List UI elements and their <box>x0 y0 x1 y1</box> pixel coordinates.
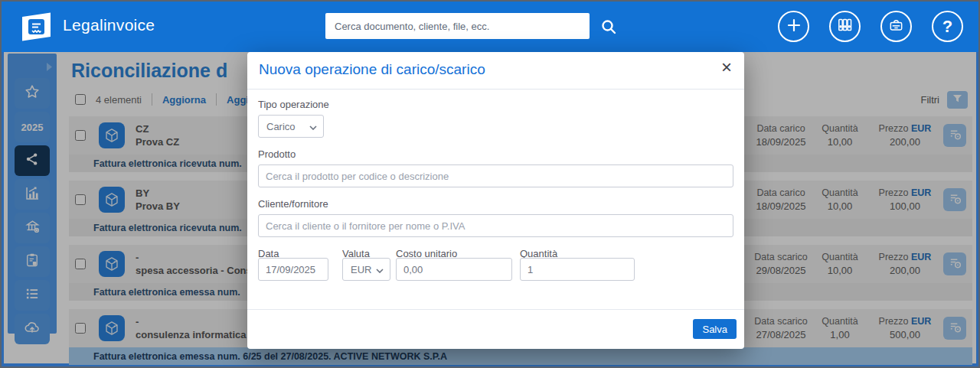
tipo-operazione-select[interactable]: Carico <box>258 115 324 138</box>
costo-unitario-input[interactable] <box>396 258 512 281</box>
header-actions: ? <box>778 11 963 42</box>
valuta-select[interactable]: EUR <box>342 258 390 281</box>
tipo-operazione-value: Carico <box>266 121 296 132</box>
valuta-value: EUR <box>351 264 371 275</box>
cashbox-icon <box>888 17 904 36</box>
add-button[interactable] <box>778 11 809 42</box>
tipo-operazione-label: Tipo operazione <box>258 99 733 110</box>
chevron-down-icon <box>376 264 384 275</box>
legalinvoice-logo-icon <box>18 11 54 45</box>
help-button[interactable]: ? <box>932 11 963 42</box>
quantita-input[interactable] <box>520 258 635 281</box>
search-input[interactable] <box>325 13 590 39</box>
save-button[interactable]: Salva <box>693 319 737 339</box>
close-icon[interactable]: × <box>721 58 732 77</box>
brand-title: Legalinvoice <box>63 16 155 34</box>
cashbox-button[interactable] <box>880 11 912 42</box>
modal-title: Nuova operazione di carico/scarico <box>259 61 485 78</box>
search-icon[interactable] <box>600 18 617 38</box>
archive-button[interactable] <box>829 11 861 42</box>
prodotto-input[interactable] <box>258 164 733 187</box>
data-input[interactable] <box>258 258 328 281</box>
help-icon: ? <box>942 18 952 35</box>
chevron-down-icon <box>309 121 317 132</box>
plus-icon <box>786 18 802 36</box>
prodotto-label: Prodotto <box>258 148 733 160</box>
app-header: Legalinvoice <box>2 2 978 52</box>
archive-icon <box>837 17 853 36</box>
app-window: Legalinvoice <box>0 0 980 368</box>
new-operation-modal: Nuova operazione di carico/scarico × Tip… <box>247 52 744 349</box>
cliente-fornitore-input[interactable] <box>258 214 733 237</box>
cliente-fornitore-label: Cliente/fornitore <box>258 198 733 210</box>
